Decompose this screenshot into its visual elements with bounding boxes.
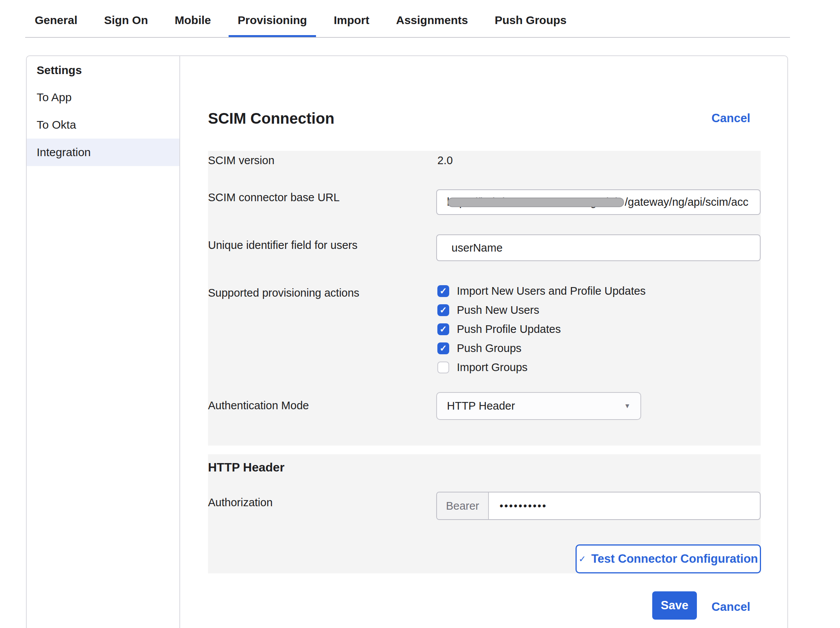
authorization-token-masked: ••••••••••	[489, 500, 547, 512]
sidebar-item-to-okta[interactable]: To Okta	[27, 111, 179, 139]
checkbox-row-push-new-users[interactable]: ✓ Push New Users	[437, 304, 646, 316]
check-icon: ✓	[440, 287, 447, 295]
tab-sign-on[interactable]: Sign On	[95, 0, 157, 37]
provisioning-settings-page: General Sign On Mobile Provisioning Impo…	[0, 0, 840, 628]
checkbox-checked-icon[interactable]: ✓	[437, 304, 449, 316]
url-visible-tail: /gateway/ng/api/scim/acc	[625, 196, 748, 208]
checkbox-label: Import New Users and Profile Updates	[457, 285, 646, 297]
settings-sidebar: Settings To App To Okta Integration	[27, 56, 180, 628]
authentication-mode-label: Authentication Mode	[208, 399, 309, 412]
tab-mobile[interactable]: Mobile	[166, 0, 220, 37]
tab-import[interactable]: Import	[324, 0, 378, 37]
checkbox-checked-icon[interactable]: ✓	[437, 342, 449, 354]
sidebar-item-to-app[interactable]: To App	[27, 84, 179, 111]
redaction-bar	[448, 197, 624, 207]
http-header-heading: HTTP Header	[208, 460, 284, 475]
test-connector-configuration-label: Test Connector Configuration	[591, 552, 758, 566]
authentication-mode-value: HTTP Header	[447, 400, 515, 412]
authorization-label: Authorization	[208, 496, 272, 509]
checkbox-unchecked-icon[interactable]	[437, 362, 449, 373]
checkbox-label: Push New Users	[457, 304, 539, 316]
checkbox-row-push-profile-updates[interactable]: ✓ Push Profile Updates	[437, 323, 646, 336]
save-button[interactable]: Save	[652, 591, 697, 620]
checkbox-label: Push Profile Updates	[457, 323, 561, 336]
sidebar-heading: Settings	[37, 64, 179, 77]
check-icon: ✓	[440, 325, 447, 334]
provisioning-actions-label: Supported provisioning actions	[208, 287, 360, 299]
cancel-link-top[interactable]: Cancel	[711, 111, 750, 125]
authorization-input[interactable]: Bearer ••••••••••	[436, 492, 761, 520]
checkbox-checked-icon[interactable]: ✓	[437, 285, 449, 297]
chevron-down-icon: ▼	[624, 402, 630, 410]
provisioning-actions-group: ✓ Import New Users and Profile Updates ✓…	[437, 285, 646, 374]
tab-push-groups[interactable]: Push Groups	[485, 0, 576, 37]
cancel-button-bottom[interactable]: Cancel	[711, 600, 750, 614]
redacted-url-text: https://h5hd-135-19-67-140.ngrok.io	[447, 196, 625, 208]
page-title: SCIM Connection	[208, 110, 334, 127]
check-icon: ✓	[440, 306, 447, 315]
sidebar-item-integration[interactable]: Integration	[27, 139, 179, 166]
test-connector-configuration-button[interactable]: ✓ Test Connector Configuration	[576, 544, 761, 573]
checkbox-checked-icon[interactable]: ✓	[437, 323, 449, 335]
tab-assignments[interactable]: Assignments	[387, 0, 477, 37]
unique-identifier-value: userName	[451, 242, 503, 254]
checkbox-label: Import Groups	[457, 361, 527, 374]
checkbox-row-push-groups[interactable]: ✓ Push Groups	[437, 342, 646, 355]
tab-provisioning[interactable]: Provisioning	[229, 0, 316, 37]
checkbox-row-import-users[interactable]: ✓ Import New Users and Profile Updates	[437, 285, 646, 297]
bearer-prefix: Bearer	[437, 492, 489, 519]
sidebar-list: To App To Okta Integration	[27, 84, 179, 166]
scim-base-url-label: SCIM connector base URL	[208, 191, 340, 204]
unique-identifier-label: Unique identifier field for users	[208, 239, 358, 252]
check-icon: ✓	[440, 344, 447, 353]
app-tab-bar: General Sign On Mobile Provisioning Impo…	[25, 0, 790, 38]
tab-general[interactable]: General	[26, 0, 87, 37]
authentication-mode-select[interactable]: HTTP Header ▼	[436, 392, 641, 420]
checkbox-label: Push Groups	[457, 342, 521, 355]
scim-version-label: SCIM version	[208, 154, 274, 167]
unique-identifier-input[interactable]: userName	[436, 234, 761, 261]
check-icon: ✓	[579, 554, 586, 564]
scim-base-url-input[interactable]: https://h5hd-135-19-67-140.ngrok.io /gat…	[436, 189, 761, 215]
checkbox-row-import-groups[interactable]: Import Groups	[437, 361, 646, 374]
scim-version-value: 2.0	[437, 154, 453, 167]
